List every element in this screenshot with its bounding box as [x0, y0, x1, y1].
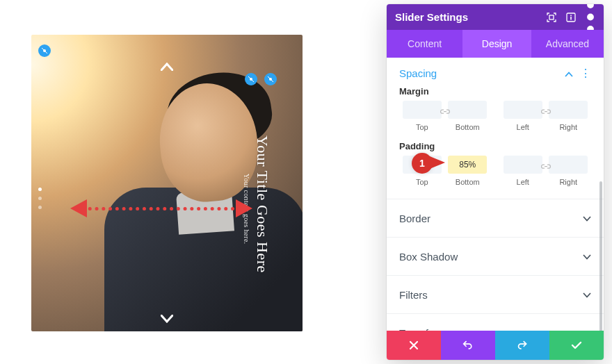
padding-left-label: Left: [517, 178, 529, 186]
margin-top-label: Top: [416, 123, 428, 131]
more-icon[interactable]: [586, 13, 595, 22]
margin-right-input[interactable]: [549, 101, 588, 119]
chevron-down-icon: [583, 250, 591, 263]
slide-nav-up-icon[interactable]: [161, 61, 173, 74]
svg-point-11: [587, 14, 594, 21]
margin-bottom-label: Bottom: [456, 123, 480, 131]
panel-title: Slider Settings: [395, 11, 468, 23]
svg-line-5: [268, 76, 273, 82]
margin-left-label: Left: [517, 123, 529, 131]
help-icon[interactable]: [566, 13, 576, 22]
slide-nav-down-icon[interactable]: [161, 313, 173, 326]
section-title: Transform: [399, 327, 446, 331]
padding-inputs: Top Bottom Left Right 1: [399, 156, 591, 186]
undo-button[interactable]: [441, 331, 495, 360]
section-box-shadow[interactable]: Box Shadow: [387, 237, 604, 275]
panel-header: Slider Settings: [387, 4, 604, 30]
padding-left-input[interactable]: [504, 156, 542, 174]
section-transform[interactable]: Transform: [387, 313, 604, 331]
module-handle-icon[interactable]: [264, 73, 277, 85]
svg-line-1: [42, 48, 47, 53]
save-button[interactable]: [549, 331, 604, 360]
padding-right-input[interactable]: [549, 156, 588, 174]
annotation-arrow-line: [81, 207, 241, 210]
section-filters[interactable]: Filters: [387, 275, 604, 313]
panel-body: Spacing ⋮ Margin Top Bottom Left Right: [387, 58, 604, 331]
focus-icon[interactable]: [547, 13, 556, 22]
margin-top-input[interactable]: [403, 101, 442, 119]
svg-rect-9: [570, 17, 572, 20]
margin-left-input[interactable]: [504, 101, 542, 119]
chevron-down-icon: [583, 212, 591, 224]
margin-bottom-input[interactable]: [448, 101, 487, 119]
section-title: Filters: [399, 289, 428, 301]
section-border[interactable]: Border: [387, 199, 604, 237]
scrollbar[interactable]: [599, 181, 602, 331]
section-title: Box Shadow: [399, 251, 458, 263]
settings-panel: Slider Settings Content Design Advanced …: [387, 4, 604, 360]
padding-top-label: Top: [416, 178, 428, 186]
slide-preview: Your Title Goes Here Your content goes h…: [31, 35, 303, 331]
section-title: Spacing: [399, 67, 437, 79]
padding-label: Padding: [399, 141, 591, 151]
padding-right-label: Right: [559, 178, 577, 186]
link-icon[interactable]: [437, 103, 453, 121]
margin-label: Margin: [399, 86, 591, 97]
settings-tabs: Content Design Advanced: [387, 30, 604, 58]
padding-bottom-label: Bottom: [456, 178, 480, 186]
padding-bottom-input[interactable]: [448, 156, 487, 174]
section-header-spacing[interactable]: Spacing ⋮: [399, 67, 591, 79]
annotation-arrow-right-icon: [236, 199, 252, 217]
panel-footer: [387, 331, 604, 360]
section-title: Border: [399, 213, 430, 224]
link-icon[interactable]: [538, 158, 554, 176]
module-handle-icon[interactable]: [38, 44, 51, 57]
svg-rect-6: [549, 15, 554, 19]
svg-rect-8: [570, 15, 572, 16]
module-handle-icon[interactable]: [245, 73, 257, 85]
annotation-arrow-left-icon: [70, 199, 87, 217]
tab-content[interactable]: Content: [387, 30, 462, 58]
annotation-step-label: 1: [419, 158, 425, 169]
tab-design[interactable]: Design: [462, 30, 531, 58]
margin-right-label: Right: [559, 123, 577, 131]
link-icon[interactable]: [538, 103, 554, 121]
svg-line-3: [248, 76, 254, 82]
redo-button[interactable]: [495, 331, 549, 360]
chevron-down-icon: [583, 288, 591, 301]
tab-advanced[interactable]: Advanced: [531, 30, 604, 58]
section-spacing: Spacing ⋮ Margin Top Bottom Left Right: [387, 58, 604, 190]
annotation-arrow-icon: [430, 156, 445, 169]
margin-inputs: Top Bottom Left Right: [399, 101, 591, 131]
slide-background: Your Title Goes Here Your content goes h…: [31, 35, 303, 331]
cancel-button[interactable]: [387, 331, 441, 360]
chevron-down-icon: [583, 326, 591, 331]
slide-pagination[interactable]: [38, 188, 42, 209]
svg-point-10: [587, 4, 594, 8]
section-more-icon[interactable]: ⋮: [580, 70, 591, 77]
collapse-icon[interactable]: [565, 68, 573, 79]
slide-title: Your Title Goes Here: [253, 135, 271, 273]
